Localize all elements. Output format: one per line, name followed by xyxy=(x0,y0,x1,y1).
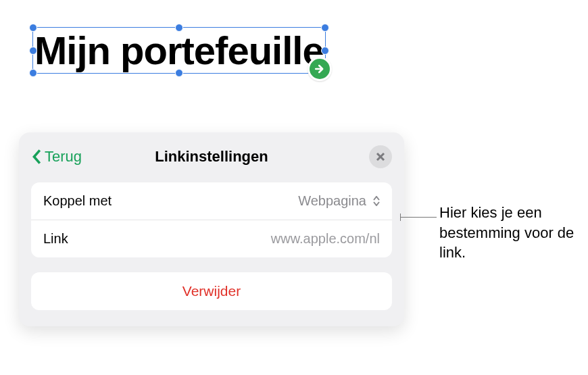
resize-handle-bottom-center[interactable] xyxy=(175,69,183,77)
chevron-left-icon xyxy=(31,149,42,165)
back-label: Terug xyxy=(45,148,82,166)
resize-handle-bottom-left[interactable] xyxy=(29,69,37,77)
resize-handle-mid-left[interactable] xyxy=(29,47,37,55)
delete-button[interactable]: Verwijder xyxy=(31,272,392,310)
close-icon xyxy=(376,152,385,161)
resize-handle-top-right[interactable] xyxy=(321,24,329,32)
title-text[interactable]: Mijn portefeuille xyxy=(33,28,325,72)
link-url-value[interactable]: www.apple.com/nl xyxy=(271,231,380,247)
annotation-text: Hier kies je een bestemming voor de link… xyxy=(439,203,581,263)
selected-text-object[interactable]: Mijn portefeuille xyxy=(32,27,326,74)
delete-label: Verwijder xyxy=(182,283,241,299)
popover-title: Linkinstellingen xyxy=(155,148,268,166)
link-to-row[interactable]: Koppel met Webpagina xyxy=(31,182,392,220)
resize-handle-mid-right[interactable] xyxy=(321,47,329,55)
link-to-label: Koppel met xyxy=(43,193,112,209)
link-url-row[interactable]: Link www.apple.com/nl xyxy=(31,220,392,257)
link-badge-icon[interactable] xyxy=(308,57,332,81)
resize-handle-top-left[interactable] xyxy=(29,24,37,32)
select-arrows-icon xyxy=(373,196,380,206)
link-settings-popover: Terug Linkinstellingen Koppel met Webpag… xyxy=(19,132,404,326)
popover-header: Terug Linkinstellingen xyxy=(31,145,392,169)
close-button[interactable] xyxy=(369,145,392,168)
link-form-card: Koppel met Webpagina Link www.apple.com/… xyxy=(31,182,392,257)
canvas-area: Mijn portefeuille xyxy=(0,0,416,87)
link-to-value[interactable]: Webpagina xyxy=(298,193,380,209)
back-button[interactable]: Terug xyxy=(31,148,82,166)
resize-handle-top-center[interactable] xyxy=(175,24,183,32)
link-to-value-text: Webpagina xyxy=(298,193,366,209)
link-url-label: Link xyxy=(43,231,68,247)
annotation-pointer xyxy=(400,217,437,218)
